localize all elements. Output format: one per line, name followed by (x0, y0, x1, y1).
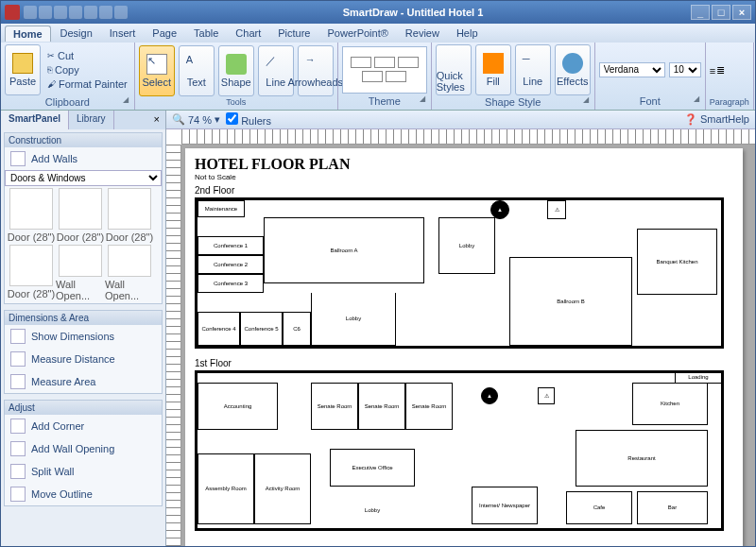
add-wall-opening-button[interactable]: Add Wall Opening (5, 437, 162, 460)
room[interactable]: Ballroom B (509, 257, 632, 346)
theme-gallery[interactable] (342, 46, 427, 94)
tab-chart[interactable]: Chart (228, 26, 268, 41)
room[interactable]: Senate Room (358, 383, 405, 430)
room[interactable]: Accounting (198, 383, 278, 430)
tab-library[interactable]: Library (69, 111, 114, 129)
room[interactable]: Maintenance (198, 200, 245, 217)
align-icon[interactable]: ≣ (716, 64, 725, 77)
shape-door[interactable]: Door (28") (7, 245, 56, 301)
exit-icon[interactable]: ⚠ (547, 200, 566, 219)
room[interactable]: Restaurant (576, 430, 708, 487)
line-style-button[interactable]: ─Line (515, 44, 551, 95)
tab-review[interactable]: Review (398, 26, 447, 41)
qat-icon[interactable] (84, 6, 97, 19)
add-walls-button[interactable]: Add Walls (5, 147, 162, 170)
tab-page[interactable]: Page (145, 26, 184, 41)
exit-icon[interactable]: ⚠ (538, 387, 555, 404)
show-dimensions-button[interactable]: Show Dimensions (5, 325, 162, 348)
tab-home[interactable]: Home (5, 26, 51, 42)
room[interactable]: Activity Room (254, 453, 311, 524)
shape-door[interactable]: Door (28") (56, 188, 105, 245)
room[interactable]: Internet/ Newspaper (472, 487, 538, 524)
qat-icon[interactable] (39, 6, 52, 19)
font-size-select[interactable]: 10 (669, 62, 701, 77)
close-button[interactable]: × (732, 5, 751, 20)
qat-icon[interactable] (69, 6, 82, 19)
effects-button[interactable]: Effects (555, 44, 591, 95)
cut-button[interactable]: ✂ Cut (44, 49, 130, 62)
shape-wall-opening[interactable]: Wall Open... (105, 245, 154, 301)
fill-button[interactable]: Fill (475, 44, 511, 95)
move-outline-button[interactable]: Move Outline (5, 483, 162, 505)
paste-button[interactable]: Paste (5, 44, 41, 95)
room[interactable]: Conference 3 (198, 274, 264, 293)
room[interactable]: Executive Office (330, 449, 415, 487)
room[interactable]: Lobby (339, 496, 405, 524)
elevator-icon[interactable]: ▲ (481, 387, 498, 404)
quick-styles-button[interactable]: Quick Styles (436, 44, 472, 95)
rulers-toggle[interactable]: Rulers (226, 112, 271, 127)
tab-insert[interactable]: Insert (102, 26, 144, 41)
shape-door[interactable]: Door (28") (105, 188, 154, 245)
split-wall-button[interactable]: Split Wall (5, 460, 162, 483)
room[interactable]: Senate Room (311, 383, 358, 430)
canvas-viewport[interactable]: HOTEL FLOOR PLAN Not to Scale 2nd Floor … (181, 145, 755, 547)
tab-table[interactable]: Table (186, 26, 226, 41)
copy-button[interactable]: ⎘ Copy (44, 63, 130, 77)
shape-wall-opening[interactable]: Wall Open... (56, 245, 105, 301)
ruler-vertical[interactable] (166, 145, 181, 547)
qat-icon[interactable] (54, 6, 67, 19)
font-family-select[interactable]: Verdana (599, 62, 665, 77)
room[interactable]: Cafe (566, 491, 632, 524)
doors-windows-select[interactable]: Doors & Windows (5, 170, 162, 186)
room[interactable]: Conference 5 (240, 312, 283, 346)
room[interactable]: Loading (675, 370, 722, 384)
room[interactable]: Bar (637, 491, 708, 524)
dialog-launcher-icon[interactable]: ◢ (583, 95, 589, 104)
format-painter-button[interactable]: 🖌 Format Painter (44, 77, 130, 91)
floor2-plan[interactable]: Maintenance Conference 1 Conference 2 Co… (195, 197, 724, 349)
room[interactable]: Conference 4 (198, 312, 240, 346)
tab-design[interactable]: Design (53, 26, 100, 41)
shape-button[interactable]: Shape (218, 45, 254, 96)
measure-area-button[interactable]: Measure Area (5, 370, 162, 393)
bullets-icon[interactable]: ≡ (710, 65, 715, 77)
smarthelp-button[interactable]: ❓ SmartHelp (684, 113, 749, 126)
floor1-plan[interactable]: Accounting Assembly Room Activity Room S… (195, 370, 724, 531)
room[interactable]: Conference 2 (198, 255, 264, 274)
arrowheads-button[interactable]: →Arrowheads (298, 45, 334, 96)
room[interactable]: Kitchen (632, 383, 708, 425)
close-panel-button[interactable]: × (148, 111, 165, 129)
dialog-launcher-icon[interactable]: ◢ (123, 95, 129, 104)
elevator-icon[interactable]: ▲ (490, 200, 509, 219)
room[interactable]: C6 (283, 312, 311, 346)
qat-icon[interactable] (24, 6, 37, 19)
room[interactable]: Lobby (438, 217, 495, 274)
text-button[interactable]: AText (179, 45, 215, 96)
dialog-launcher-icon[interactable]: ◢ (694, 94, 699, 103)
line-button[interactable]: ／Line (258, 45, 294, 96)
dialog-launcher-icon[interactable]: ◢ (420, 94, 425, 103)
tab-powerpoint[interactable]: PowerPoint® (319, 26, 395, 41)
shape-icon (226, 54, 247, 75)
add-corner-button[interactable]: Add Corner (5, 415, 162, 437)
tab-picture[interactable]: Picture (270, 26, 318, 41)
qat-icon[interactable] (99, 6, 112, 19)
zoom-dropdown-icon[interactable]: ▾ (215, 113, 220, 126)
measure-distance-button[interactable]: Measure Distance (5, 348, 162, 370)
room[interactable]: Banquet Kitchen (637, 229, 717, 295)
ruler-horizontal[interactable] (181, 129, 755, 145)
tab-smartpanel[interactable]: SmartPanel (1, 111, 69, 129)
room[interactable]: Senate Room (405, 383, 453, 430)
room[interactable]: Ballroom A (264, 217, 424, 283)
shape-door[interactable]: Door (28") (7, 188, 56, 245)
zoom-icon[interactable]: 🔍 (172, 113, 185, 126)
room[interactable]: Conference 1 (198, 236, 264, 255)
room[interactable]: Lobby (311, 293, 396, 346)
tab-help[interactable]: Help (449, 26, 486, 41)
qat-icon[interactable] (114, 6, 128, 19)
minimize-button[interactable]: _ (691, 5, 710, 20)
room[interactable]: Assembly Room (198, 453, 254, 524)
select-button[interactable]: ↖Select (139, 45, 175, 96)
maximize-button[interactable]: □ (712, 5, 730, 20)
